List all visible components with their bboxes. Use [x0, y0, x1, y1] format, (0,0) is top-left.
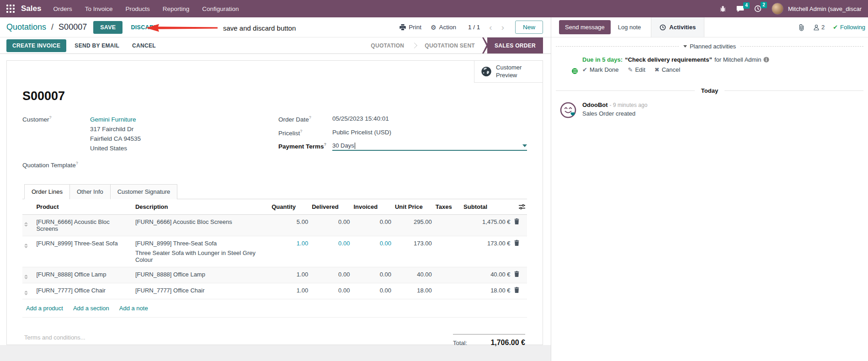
col-description[interactable]: Description — [133, 199, 270, 215]
pager-next-icon[interactable]: › — [501, 23, 504, 32]
cell-quantity[interactable]: 1.00 — [270, 283, 310, 299]
cancel-button[interactable]: CANCEL — [128, 39, 160, 52]
following-button[interactable]: ✔ Following — [833, 24, 865, 31]
apps-menu-icon[interactable] — [6, 5, 15, 13]
col-unit-price[interactable]: Unit Price — [393, 199, 434, 215]
drag-handle-icon[interactable] — [24, 221, 28, 227]
activities-clock-icon[interactable]: 2 — [754, 5, 761, 12]
breadcrumb-quotations[interactable]: Quotations — [6, 22, 46, 32]
cell-quantity[interactable]: 1.00 — [270, 236, 310, 267]
nav-menu-reporting[interactable]: Reporting — [163, 5, 190, 12]
cell-description[interactable]: [FURN_8999] Three-Seat Sofa Three Seater… — [133, 236, 270, 267]
cell-product[interactable]: [FURN_7777] Office Chair — [34, 283, 133, 299]
new-button[interactable]: New — [515, 21, 543, 34]
cell-delivered[interactable]: 0.00 — [310, 236, 351, 267]
customer-link[interactable]: Gemini Furniture — [90, 115, 278, 125]
pricelist-value[interactable]: Public Pricelist (USD) — [332, 129, 527, 137]
tab-other-info[interactable]: Other Info — [69, 184, 111, 199]
payment-terms-input[interactable]: 30 Days — [332, 142, 527, 151]
delete-row-icon[interactable] — [514, 218, 525, 224]
app-name[interactable]: Sales — [21, 4, 41, 13]
add-section-link[interactable]: Add a section — [73, 305, 109, 312]
debug-bug-icon[interactable] — [719, 5, 726, 12]
cell-unit-price[interactable]: 40.00 — [393, 267, 434, 283]
cell-taxes[interactable] — [434, 267, 462, 283]
cell-quantity[interactable]: 1.00 — [270, 267, 310, 283]
cell-description[interactable]: [FURN_6666] Acoustic Bloc Screens — [133, 215, 270, 236]
cell-taxes[interactable] — [434, 283, 462, 299]
edit-activity-button[interactable]: ✎Edit — [628, 66, 645, 73]
cell-unit-price[interactable]: 173.00 — [393, 236, 434, 267]
send-by-email-button[interactable]: SEND BY EMAIL — [70, 39, 124, 52]
cell-unit-price[interactable]: 295.00 — [393, 215, 434, 236]
action-button[interactable]: ⚙ Action — [431, 24, 456, 31]
col-delivered[interactable]: Delivered — [310, 199, 351, 215]
optional-columns-icon[interactable] — [519, 204, 525, 210]
drag-handle-icon[interactable] — [24, 273, 28, 279]
cell-description[interactable]: [FURN_7777] Office Chair — [133, 283, 270, 299]
col-invoiced[interactable]: Invoiced — [351, 199, 393, 215]
order-date-value[interactable]: 05/25/2023 15:40:01 — [332, 115, 527, 123]
add-product-link[interactable]: Add a product — [26, 305, 63, 312]
activities-button[interactable]: Activities — [651, 17, 704, 37]
delete-row-icon[interactable] — [514, 240, 525, 246]
info-icon[interactable] — [763, 57, 769, 63]
user-avatar[interactable] — [772, 3, 783, 15]
col-quantity[interactable]: Quantity — [270, 199, 310, 215]
quotation-template-input[interactable] — [90, 161, 278, 169]
drag-handle-icon[interactable] — [24, 242, 28, 248]
tab-customer-signature[interactable]: Customer Signature — [110, 184, 178, 199]
followers-button[interactable]: 2 — [813, 24, 825, 31]
attach-files-button[interactable] — [798, 24, 805, 31]
cell-invoiced[interactable]: 0.00 — [351, 283, 393, 299]
nav-menu-products[interactable]: Products — [126, 5, 150, 12]
cell-unit-price[interactable]: 18.00 — [393, 283, 434, 299]
col-product[interactable]: Product — [34, 199, 133, 215]
pager-previous-icon[interactable]: ‹ — [489, 23, 492, 32]
cell-description[interactable]: [FURN_8888] Office Lamp — [133, 267, 270, 283]
tab-order-lines[interactable]: Order Lines — [24, 184, 70, 199]
print-button[interactable]: Print — [399, 24, 421, 31]
messages-icon[interactable]: 4 — [736, 5, 744, 12]
cell-delivered[interactable]: 0.00 — [310, 283, 351, 299]
stage-quotation-sent[interactable]: QUOTATION SENT — [417, 37, 482, 53]
cell-taxes[interactable] — [434, 215, 462, 236]
message-author[interactable]: OdooBot — [582, 101, 608, 108]
col-taxes[interactable]: Taxes — [434, 199, 462, 215]
cell-delivered[interactable]: 0.00 — [310, 267, 351, 283]
chevron-down-icon[interactable] — [522, 144, 527, 147]
log-note-button[interactable]: Log note — [612, 20, 647, 34]
save-button[interactable]: SAVE — [93, 21, 122, 34]
planned-activities-toggle[interactable]: Planned activities — [556, 43, 863, 50]
cell-invoiced[interactable]: 0.00 — [351, 215, 393, 236]
customer-preview-button[interactable]: Customer Preview — [474, 61, 543, 83]
cell-product[interactable]: [FURN_6666] Acoustic Bloc Screens — [34, 215, 133, 236]
mark-done-button[interactable]: ✔Mark Done — [582, 66, 618, 73]
user-name[interactable]: Mitchell Admin (save_discar — [788, 5, 862, 12]
nav-menu-configuration[interactable]: Configuration — [202, 5, 239, 12]
cell-invoiced[interactable]: 0.00 — [351, 236, 393, 267]
cell-invoiced[interactable]: 0.00 — [351, 267, 393, 283]
cell-subtotal: 1,475.00 € — [462, 215, 512, 236]
col-subtotal[interactable]: Subtotal — [462, 199, 512, 215]
send-message-button[interactable]: Send message — [559, 20, 611, 34]
delete-row-icon[interactable] — [514, 271, 525, 277]
terms-placeholder[interactable]: Terms and conditions... — [24, 334, 85, 347]
cancel-activity-button[interactable]: ✖Cancel — [655, 66, 680, 73]
stage-sales-order[interactable]: SALES ORDER — [487, 37, 543, 53]
table-header-row: Product Description Quantity Delivered I… — [22, 199, 527, 215]
nav-menu-to-invoice[interactable]: To Invoice — [85, 5, 113, 12]
cell-delivered[interactable]: 0.00 — [310, 215, 351, 236]
customer-city: Fairfield CA 94535 — [90, 134, 278, 144]
create-invoice-button[interactable]: CREATE INVOICE — [6, 39, 66, 52]
drag-handle-icon[interactable] — [24, 289, 28, 295]
add-note-link[interactable]: Add a note — [119, 305, 148, 312]
cell-product[interactable]: [FURN_8888] Office Lamp — [34, 267, 133, 283]
delete-row-icon[interactable] — [514, 287, 525, 293]
cell-taxes[interactable] — [434, 236, 462, 267]
cell-quantity[interactable]: 5.00 — [270, 215, 310, 236]
nav-menu-orders[interactable]: Orders — [53, 5, 72, 12]
cell-product[interactable]: [FURN_8999] Three-Seat Sofa — [34, 236, 133, 267]
help-icon: ? — [324, 142, 327, 147]
stage-quotation[interactable]: QUOTATION — [363, 37, 411, 53]
